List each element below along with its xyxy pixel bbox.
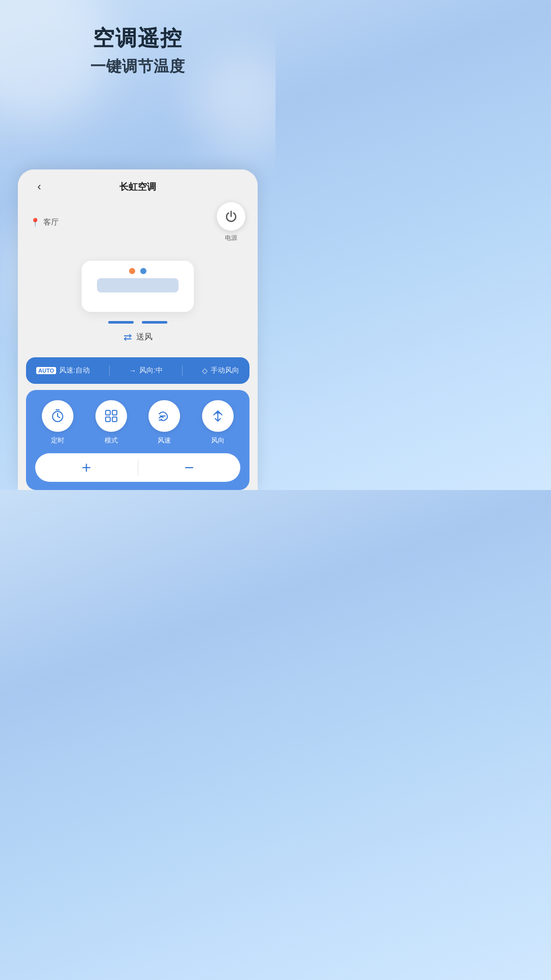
temp-dashes (108, 321, 167, 324)
manual-label: 手动风向 (211, 366, 239, 375)
manual-dir-item: ◇ 手动风向 (202, 366, 239, 375)
ctrl-divider-1 (109, 365, 110, 376)
ctrl-divider-2 (182, 365, 183, 376)
svg-rect-1 (106, 410, 110, 415)
wind-speed-label: 风速:自动 (59, 366, 90, 375)
svg-rect-2 (112, 410, 117, 415)
location-text: 客厅 (43, 217, 59, 227)
dot-orange (129, 268, 135, 274)
wind-icon: ⇄ (123, 331, 132, 343)
wind-dir-item: → 风向:中 (129, 366, 163, 375)
bottom-section: 定时 模式 (26, 390, 249, 490)
minus-button[interactable]: − (138, 453, 241, 482)
dash-2 (142, 321, 167, 324)
manual-icon: ◇ (202, 366, 208, 375)
plus-minus-row: + − (35, 453, 240, 482)
timer-icon-circle (42, 400, 73, 432)
wind-speed-icon-circle (148, 400, 180, 432)
ac-display-area: ⇄ 送风 (18, 251, 258, 357)
mode-text: 送风 (136, 332, 153, 342)
wind-speed-item: AUTO 风速:自动 (36, 366, 90, 375)
timer-label: 定时 (51, 436, 64, 445)
mode-label-text: 模式 (105, 436, 118, 445)
ac-unit-illustration (82, 261, 194, 312)
back-button[interactable]: ‹ (30, 178, 48, 196)
control-bar[interactable]: AUTO 风速:自动 → 风向:中 ◇ 手动风向 (26, 357, 249, 384)
mode-label: ⇄ 送风 (123, 331, 153, 343)
sub-title: 一键调节温度 (0, 56, 276, 77)
timer-button[interactable]: 定时 (42, 400, 73, 445)
svg-rect-3 (106, 417, 110, 422)
wind-speed-func-label: 风速 (158, 436, 171, 445)
wind-dir-icon-circle (202, 400, 234, 432)
remote-card: ‹ 长虹空调 📍 客厅 电源 (18, 169, 258, 490)
main-title: 空调遥控 (0, 26, 276, 51)
location-icon: 📍 (30, 217, 40, 227)
wind-speed-button[interactable]: 风速 (148, 400, 180, 445)
mode-button[interactable]: 模式 (95, 400, 127, 445)
wind-dir-button[interactable]: 风向 (202, 400, 234, 445)
wind-dir-icon: → (129, 366, 136, 375)
power-label: 电源 (225, 234, 237, 242)
top-bar: ‹ 长虹空调 (18, 169, 258, 198)
mode-icon-circle (95, 400, 127, 432)
auto-badge: AUTO (36, 367, 56, 374)
wind-dir-label: 风向:中 (139, 366, 163, 375)
ac-dots (129, 268, 146, 274)
device-title: 长虹空调 (119, 181, 156, 193)
plus-button[interactable]: + (35, 453, 138, 482)
func-row: 定时 模式 (31, 400, 244, 445)
location-label: 📍 客厅 (30, 217, 59, 227)
svg-rect-4 (112, 417, 117, 422)
ac-vent (97, 278, 179, 292)
power-button[interactable] (217, 202, 245, 231)
location-row: 📍 客厅 电源 (18, 198, 258, 251)
wind-dir-func-label: 风向 (211, 436, 224, 445)
dot-blue (140, 268, 146, 274)
dash-1 (108, 321, 134, 324)
